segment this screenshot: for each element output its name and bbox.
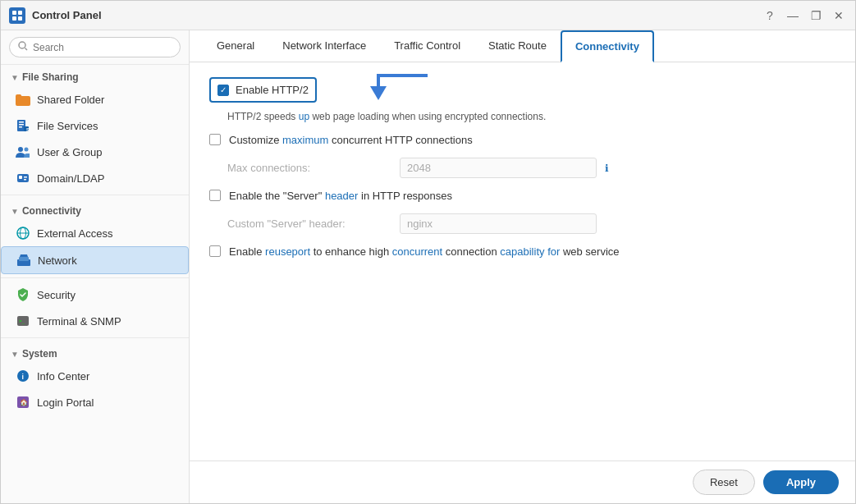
apply-button[interactable]: Apply <box>763 470 839 494</box>
svg-point-13 <box>25 148 29 152</box>
max-connections-label: Customize maximum concurrent HTTP connec… <box>229 134 473 146</box>
minimize-button[interactable]: — <box>785 7 801 24</box>
sidebar-item-shared-folder[interactable]: Shared Folder <box>1 86 189 112</box>
sidebar-item-security[interactable]: Security <box>1 282 189 308</box>
server-header-checkbox[interactable] <box>209 190 221 201</box>
app-icon <box>9 7 25 24</box>
search-box <box>1 30 189 65</box>
custom-server-field-row: Custom "Server" header: <box>227 213 835 234</box>
http2-option-row: ✓ Enable HTTP/2 <box>209 77 317 103</box>
reuseport-checkbox[interactable] <box>209 245 221 257</box>
panel-content: ✓ Enable HTTP/2 HTTP/2 speeds up web pag… <box>190 62 855 460</box>
sidebar-item-info-center[interactable]: i Info Center <box>1 363 189 389</box>
main-panel-wrapper: General Network Interface Traffic Contro… <box>190 30 855 503</box>
http2-checkbox[interactable]: ✓ <box>217 85 229 96</box>
server-header-option-row: Enable the "Server" header in HTTP respo… <box>209 190 835 202</box>
tabs-bar: General Network Interface Traffic Contro… <box>190 30 855 62</box>
max-connections-field-row: Max connections: ℹ <box>227 158 835 178</box>
sidebar-label-external-access: External Access <box>37 227 113 240</box>
section-file-sharing[interactable]: ▼ File Sharing <box>1 65 189 86</box>
for-link: for <box>547 245 560 258</box>
sidebar-item-login-portal[interactable]: 🏠 Login Portal <box>1 389 189 415</box>
tab-static-route[interactable]: Static Route <box>474 30 561 62</box>
svg-rect-15 <box>19 176 22 179</box>
divider-3 <box>1 337 189 338</box>
sidebar-label-domain-ldap: Domain/LDAP <box>37 172 104 185</box>
window-title: Control Panel <box>32 9 755 21</box>
content-area: ▼ File Sharing Shared Folder <box>1 30 855 503</box>
user-group-icon <box>16 144 30 159</box>
info-icon[interactable]: ℹ <box>605 163 609 174</box>
tab-network-interface[interactable]: Network Interface <box>268 30 380 62</box>
max-connections-input[interactable] <box>400 158 597 178</box>
sidebar-item-domain-ldap[interactable]: Domain/LDAP <box>1 165 189 191</box>
concurrent-link: concurrent <box>392 245 442 258</box>
svg-rect-7 <box>19 121 24 123</box>
section-system[interactable]: ▼ System <box>1 341 189 363</box>
max-connections-checkbox[interactable] <box>209 134 221 145</box>
close-button[interactable]: ✕ <box>831 7 847 24</box>
chevron-system-icon: ▼ <box>11 350 19 359</box>
info-center-icon: i <box>16 369 30 383</box>
tab-traffic-control[interactable]: Traffic Control <box>380 30 474 62</box>
security-icon <box>16 287 30 302</box>
svg-rect-16 <box>24 176 27 178</box>
sidebar-label-security: Security <box>37 289 76 301</box>
svg-line-5 <box>25 48 28 51</box>
custom-server-field-label: Custom "Server" header: <box>227 218 391 230</box>
svg-point-12 <box>18 147 23 152</box>
svg-text:🏠: 🏠 <box>20 398 28 406</box>
section-label-system: System <box>22 348 57 360</box>
tab-general[interactable]: General <box>203 30 268 62</box>
capability-link: capability <box>500 245 544 258</box>
sidebar-label-info-center: Info Center <box>37 370 89 383</box>
sidebar-label-shared-folder: Shared Folder <box>37 94 104 106</box>
login-portal-icon: 🏠 <box>16 395 30 410</box>
window-controls: ? — ❐ ✕ <box>762 7 847 24</box>
max-link: maximum <box>282 134 328 146</box>
svg-text:i: i <box>22 373 25 381</box>
sidebar-item-terminal-snmp[interactable]: >_ Terminal & SNMP <box>1 308 189 334</box>
sidebar-label-terminal-snmp: Terminal & SNMP <box>37 315 121 328</box>
maximize-button[interactable]: ❐ <box>808 7 824 24</box>
sidebar-item-external-access[interactable]: External Access <box>1 220 189 246</box>
max-connections-field-label: Max connections: <box>227 162 391 174</box>
chevron-down-icon: ▼ <box>11 73 19 82</box>
sidebar-label-login-portal: Login Portal <box>37 396 94 409</box>
divider-2 <box>1 277 189 278</box>
svg-rect-1 <box>18 11 22 15</box>
section-connectivity[interactable]: ▼ Connectivity <box>1 199 189 220</box>
footer: Reset Apply <box>190 460 855 503</box>
reset-button[interactable]: Reset <box>693 470 755 495</box>
sidebar-item-network[interactable]: Network <box>1 246 189 274</box>
custom-server-input[interactable] <box>400 213 597 234</box>
search-input-wrap[interactable] <box>9 37 181 57</box>
search-icon <box>18 41 28 53</box>
tab-connectivity[interactable]: Connectivity <box>561 30 654 62</box>
sidebar-label-network: Network <box>38 254 77 267</box>
sidebar-item-user-group[interactable]: User & Group <box>1 139 189 165</box>
svg-rect-0 <box>12 11 16 15</box>
divider-1 <box>1 195 189 195</box>
server-header-label: Enable the "Server" header in HTTP respo… <box>229 190 452 202</box>
svg-text:>_: >_ <box>19 318 25 324</box>
reuseport-link: reuseport <box>265 245 310 258</box>
folder-icon <box>16 92 30 107</box>
search-input[interactable] <box>33 42 172 53</box>
control-panel-window: Control Panel ? — ❐ ✕ <box>0 0 856 504</box>
sidebar: ▼ File Sharing Shared Folder <box>1 30 190 503</box>
external-access-icon <box>16 226 30 241</box>
svg-rect-17 <box>24 179 26 181</box>
svg-text:S: S <box>26 127 30 132</box>
max-connections-option-row: Customize maximum concurrent HTTP connec… <box>209 134 835 146</box>
http2-label: Enable HTTP/2 <box>236 84 309 96</box>
reuseport-label: Enable reuseport to enhance high concurr… <box>229 245 620 258</box>
network-icon <box>16 253 31 268</box>
sidebar-item-file-services[interactable]: S File Services <box>1 112 189 139</box>
titlebar: Control Panel ? — ❐ ✕ <box>1 1 855 30</box>
help-button[interactable]: ? <box>762 7 778 24</box>
svg-point-4 <box>19 42 25 48</box>
terminal-icon: >_ <box>16 314 30 328</box>
sidebar-label-user-group: User & Group <box>37 146 102 158</box>
http2-desc-link: up <box>299 111 309 122</box>
